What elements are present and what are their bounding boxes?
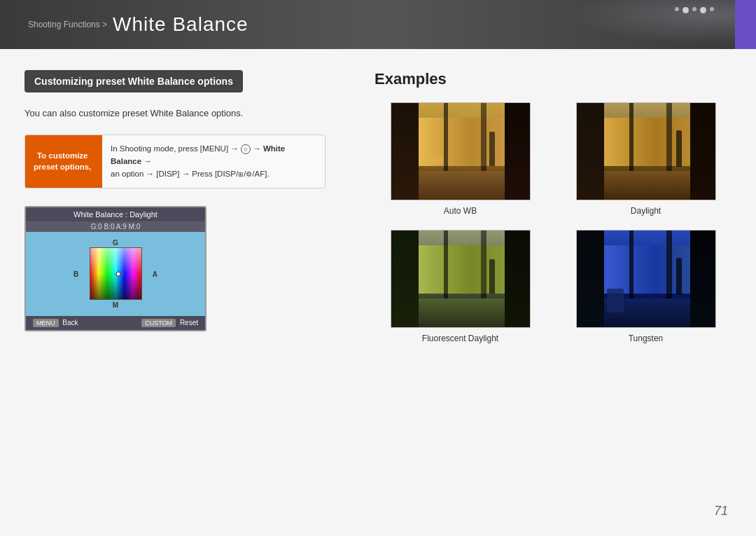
dot-1 (675, 7, 679, 11)
example-image-fluorescent (391, 230, 531, 328)
example-image-daylight (576, 102, 716, 200)
examples-grid: Auto WB Daylight (374, 102, 732, 343)
breadcrumb: Shooting Functions > (28, 20, 107, 29)
decorative-dots (675, 7, 714, 13)
b-label: B (74, 270, 78, 277)
page-title: White Balance (113, 13, 248, 36)
camera-ui-footer: MENU Back CUSTOM Reset (26, 316, 205, 330)
example-label-tungsten: Tungsten (629, 334, 664, 343)
a-label: A (153, 270, 158, 277)
menu-button[interactable]: MENU (33, 319, 59, 327)
dot-3 (692, 7, 696, 11)
left-panel: Customizing preset White Balance options… (0, 49, 350, 536)
main-content: Customizing preset White Balance options… (0, 49, 756, 536)
example-label-auto-wb: Auto WB (444, 206, 477, 216)
page-number: 71 (714, 504, 728, 518)
right-panel: Examples (350, 49, 756, 536)
crosshair-dot (115, 271, 120, 276)
reset-label: Reset (180, 319, 198, 327)
instruction-body: In Shooting mode, press [MENU] → ○ → Whi… (102, 135, 325, 188)
description-text: You can also customize preset White Bala… (24, 106, 326, 121)
example-auto-wb: Auto WB (374, 102, 546, 216)
example-image-tungsten (576, 230, 716, 328)
m-label: M (113, 301, 118, 309)
footer-left: MENU Back (33, 319, 78, 327)
page-header: Shooting Functions > White Balance (0, 0, 756, 49)
back-label: Back (62, 319, 78, 327)
examples-title: Examples (374, 70, 732, 88)
camera-ui-subheader: G:0 B:0 A:9 M:0 (26, 221, 205, 232)
dot-4 (700, 7, 706, 13)
example-label-daylight: Daylight (631, 206, 661, 216)
example-daylight: Daylight (560, 102, 732, 216)
dot-2 (682, 7, 689, 13)
example-fluorescent: Fluorescent Daylight (374, 230, 546, 343)
instruction-box: To customizepreset options, In Shooting … (24, 135, 326, 188)
example-image-auto-wb (391, 102, 531, 200)
purple-tab-decoration (735, 0, 756, 49)
g-label: G (113, 239, 118, 247)
camera-ui-header: White Balance : Daylight (26, 207, 205, 221)
dot-5 (710, 7, 714, 11)
example-label-fluorescent: Fluorescent Daylight (422, 334, 498, 343)
section-title: Customizing preset White Balance options (24, 70, 243, 92)
custom-button[interactable]: CUSTOM (141, 319, 176, 327)
footer-right: CUSTOM Reset (141, 319, 198, 327)
example-tungsten: Tungsten (560, 230, 732, 343)
color-grid (90, 247, 142, 300)
camera-ui-mockup: White Balance : Daylight G:0 B:0 A:9 M:0… (24, 206, 206, 331)
camera-ui-body: G M B A (26, 232, 205, 316)
instruction-label-text: To customizepreset options, (34, 150, 91, 172)
instruction-label: To customizepreset options, (25, 135, 102, 188)
